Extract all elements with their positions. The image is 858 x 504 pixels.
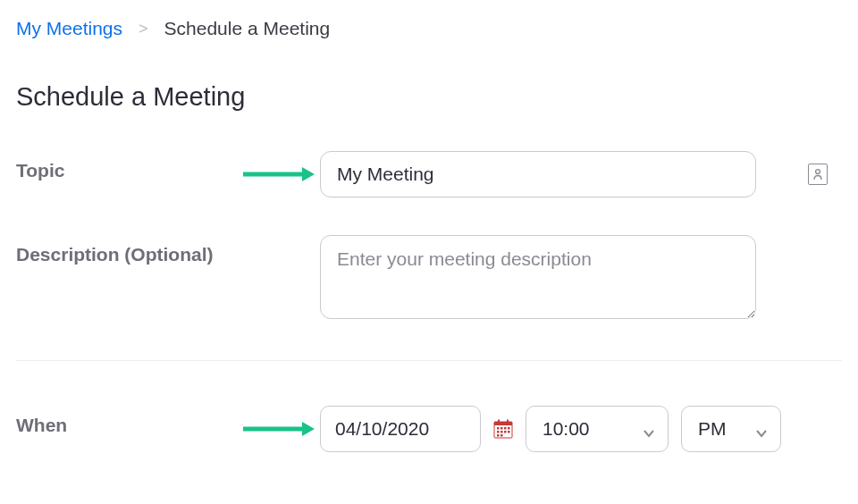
- svg-rect-17: [497, 434, 500, 437]
- section-divider: [16, 360, 842, 361]
- ampm-value: PM: [698, 418, 727, 440]
- description-label: Description (Optional): [16, 244, 214, 265]
- svg-rect-9: [497, 427, 500, 430]
- breadcrumb-current: Schedule a Meeting: [164, 18, 331, 39]
- svg-rect-18: [500, 434, 503, 437]
- svg-rect-15: [504, 431, 507, 433]
- time-select[interactable]: 10:00: [526, 406, 669, 452]
- breadcrumb-root-link[interactable]: My Meetings: [16, 18, 122, 39]
- topic-input[interactable]: [320, 151, 756, 197]
- when-label: When: [16, 415, 67, 435]
- date-input[interactable]: [320, 406, 481, 452]
- svg-rect-10: [500, 427, 503, 430]
- svg-rect-7: [498, 420, 500, 424]
- topic-row: Topic: [16, 151, 842, 197]
- svg-rect-13: [497, 431, 500, 433]
- svg-point-2: [816, 170, 820, 174]
- chevron-down-icon: [755, 423, 768, 435]
- svg-rect-8: [507, 420, 509, 424]
- ampm-select[interactable]: PM: [681, 406, 781, 452]
- breadcrumb-separator: >: [139, 20, 148, 38]
- description-textarea[interactable]: [320, 235, 756, 319]
- contact-card-icon[interactable]: [808, 164, 828, 185]
- svg-rect-16: [508, 431, 510, 433]
- when-row: When 10:00: [16, 406, 842, 452]
- chevron-down-icon: [643, 423, 655, 435]
- svg-rect-11: [504, 427, 507, 430]
- breadcrumb: My Meetings > Schedule a Meeting: [16, 18, 842, 39]
- topic-label: Topic: [16, 160, 64, 181]
- svg-rect-12: [508, 427, 510, 430]
- page-title: Schedule a Meeting: [16, 82, 842, 112]
- description-row: Description (Optional): [16, 235, 842, 323]
- svg-rect-6: [494, 422, 512, 425]
- calendar-icon[interactable]: [493, 419, 513, 439]
- svg-rect-14: [500, 431, 503, 433]
- time-value: 10:00: [543, 418, 590, 440]
